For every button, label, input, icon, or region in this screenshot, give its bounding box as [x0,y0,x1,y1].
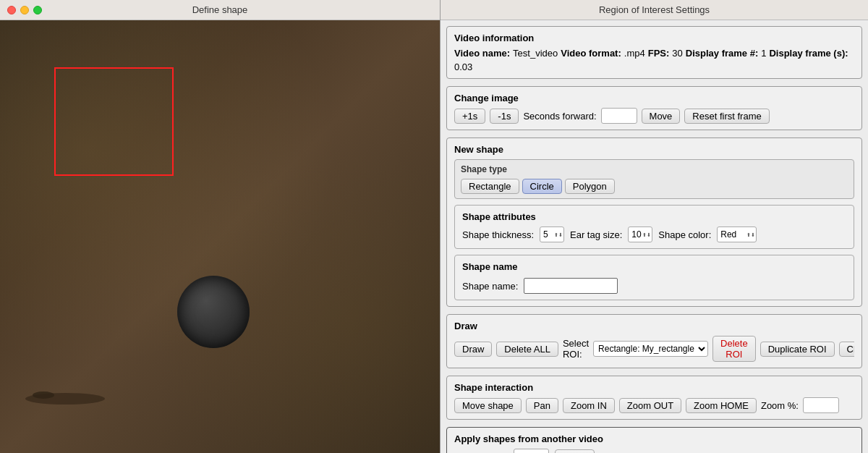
seconds-forward-input[interactable] [601,108,637,124]
change-r-button[interactable]: Change R [839,342,854,357]
color-label: Shape color: [658,229,711,240]
traffic-lights [7,6,42,14]
change-image-header: Change image [454,93,854,103]
draw-section: Draw Draw Delete ALL Select ROI: Rectang… [446,314,862,368]
video-info-row: Video name: Test_video Video format: .mp… [454,48,854,72]
video-background [0,20,440,453]
zoom-home-button[interactable]: Zoom HOME [686,398,757,413]
shape-name-row: Shape name: [462,278,846,294]
draw-label: Draw [454,321,477,331]
frame-s-value: 0.03 [454,62,472,72]
color-select[interactable]: Red GreenBlueYellow WhiteBlack [717,226,757,242]
zoom-in-button[interactable]: Zoom IN [563,398,615,413]
shape-type-buttons: Rectangle Circle Polygon [461,179,848,194]
right-content: Video information Video name: Test_video… [441,20,868,453]
right-title-bar: Region of Interest Settings [441,0,868,20]
frame-num-label: Display frame #: [686,48,758,59]
frame-num-value: 1 [761,48,766,59]
ear-tag-stepper-wrapper: 10 56789 1112131415 [628,226,652,242]
shape-attributes-row: Shape thickness: 5 1234 678910 Ear tag s… [462,226,846,242]
left-panel: Define shape [0,0,440,453]
shape-interaction-header: Shape interaction [454,382,854,393]
video-format-value: .mp4 [624,48,645,59]
plus1s-button[interactable]: +1s [454,109,485,124]
minus1s-button[interactable]: -1s [490,109,519,124]
video-info-header: Video information [454,33,854,43]
select-roi-label: Select ROI: [563,338,589,360]
duplicate-roi-button[interactable]: Duplicate ROI [760,342,835,357]
dark-object [177,276,250,348]
ear-tag-label: Ear tag size: [570,229,622,240]
shape-interaction-label: Shape interaction [454,382,533,393]
shape-name-section-label: Shape name [462,261,518,272]
new-shape-section: New shape Shape type Rectangle Circle Po… [446,137,862,307]
zoom-out-button[interactable]: Zoom OUT [619,398,681,413]
new-shape-label: New shape [454,144,503,155]
interaction-row: Move shape Pan Zoom IN Zoom OUT Zoom HOM… [454,397,854,413]
shape-attributes-box: Shape attributes Shape thickness: 5 1234… [454,205,854,249]
move-shape-button[interactable]: Move shape [454,398,522,413]
thickness-stepper-wrapper: 5 1234 678910 [540,226,564,242]
left-title-bar: Define shape [0,0,440,20]
change-image-section: Change image +1s -1s Seconds forward: Mo… [446,86,862,130]
video-format-label: Video format: [561,48,621,59]
shape-interaction-section: Shape interaction Move shape Pan Zoom IN… [446,376,862,420]
zoom-pct-label: Zoom %: [761,400,799,411]
pan-button[interactable]: Pan [526,398,558,413]
shape-name-header: Shape name [462,261,846,272]
draw-button[interactable]: Draw [454,342,492,357]
apply-shapes-label: Apply shapes from another video [454,433,603,444]
frame-s-label: Display frame (s): [769,48,848,59]
delete-roi-button[interactable]: Delete ROI [712,336,756,362]
fps-label: FPS: [648,48,670,59]
shape-type-group: Shape type Rectangle Circle Polygon [454,159,854,199]
draw-row: Draw Delete ALL Select ROI: Rectangle: M… [454,336,854,362]
right-panel: Region of Interest Settings Video inform… [440,0,868,453]
roi-rectangle[interactable] [54,67,174,176]
thickness-select[interactable]: 5 1234 678910 [540,226,564,242]
video-area [0,20,440,453]
select-video-wrapper: None [514,449,549,453]
rectangle-shape-button[interactable]: Rectangle [461,179,519,194]
delete-all-button[interactable]: Delete ALL [496,342,558,357]
shape-attributes-header: Shape attributes [462,211,846,222]
change-image-label: Change image [454,93,519,103]
apply-row: Select video: None Apply [454,449,854,453]
apply-button[interactable]: Apply [555,449,595,454]
change-image-row: +1s -1s Seconds forward: Move Reset firs… [454,108,854,124]
zoom-pct-input[interactable] [803,397,839,413]
bird-shape [22,381,109,410]
minimize-button[interactable] [20,6,29,14]
shape-attributes-label: Shape attributes [462,211,536,222]
polygon-shape-button[interactable]: Polygon [565,179,615,194]
move-button[interactable]: Move [642,109,681,124]
video-name-label: Video name: [454,48,510,59]
apply-shapes-header: Apply shapes from another video [454,433,854,444]
select-video-dropdown[interactable]: None [514,449,549,453]
close-button[interactable] [7,6,16,14]
shape-type-label: Shape type [461,164,848,174]
right-window-title: Region of Interest Settings [599,4,710,15]
shape-name-label: Shape name: [462,281,518,292]
select-roi-dropdown[interactable]: Rectangle: My_rectangle [593,341,708,357]
new-shape-header: New shape [454,144,854,155]
video-name-value: Test_video [513,48,558,59]
maximize-button[interactable] [33,6,42,14]
draw-header: Draw [454,321,854,331]
left-window-title: Define shape [192,4,248,15]
shape-name-input[interactable] [524,278,618,294]
apply-shapes-section: Apply shapes from another video Select v… [446,427,862,453]
shape-name-box: Shape name Shape name: [454,255,854,300]
ear-tag-select[interactable]: 10 56789 1112131415 [628,226,652,242]
seconds-forward-label: Seconds forward: [523,111,596,122]
video-info-section: Video information Video name: Test_video… [446,26,862,79]
color-stepper-wrapper: Red GreenBlueYellow WhiteBlack [717,226,757,242]
circle-shape-button[interactable]: Circle [522,179,562,194]
reset-first-frame-button[interactable]: Reset first frame [684,109,769,124]
fps-value: 30 [672,48,682,59]
svg-point-1 [33,391,54,399]
video-info-label: Video information [454,33,534,43]
thickness-label: Shape thickness: [462,229,534,240]
